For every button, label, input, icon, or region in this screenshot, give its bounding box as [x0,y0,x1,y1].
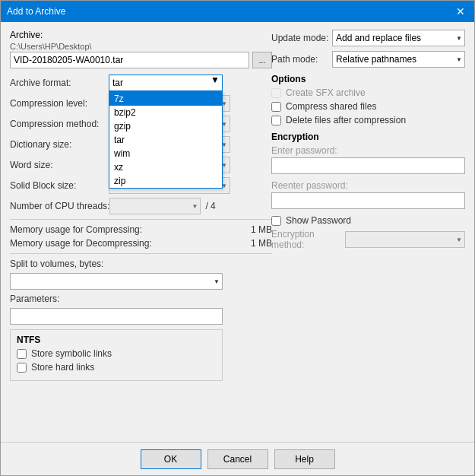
split-input-row: ▼ [10,273,272,290]
word-size-label: Word size: [10,160,109,170]
delete-after-label: Delete files after compression [286,115,406,125]
ntfs-title: NTFS [17,335,216,345]
format-select[interactable]: tar [109,75,223,91]
memory-decompressing-value: 1 MB [251,238,272,249]
hard-links-row: Store hard links [17,362,216,373]
symbolic-links-checkbox[interactable] [17,349,27,359]
options-section: Options Create SFX archive Compress shar… [271,74,465,125]
memory-compressing-value: 1 MB [251,224,272,235]
update-mode-select[interactable]: Add and replace files [332,30,465,46]
memory-compressing-row: Memory usage for Compressing: 1 MB [10,224,272,235]
reenter-password-label: Reenter password: [271,180,348,191]
update-mode-label: Update mode: [271,33,332,43]
compress-shared-checkbox[interactable] [271,102,281,112]
format-label: Archive format: [10,78,109,88]
compress-shared-label: Compress shared files [286,101,376,112]
left-panel: Archive: C:\Users\HP\Desktop\ ... Archiv… [10,30,272,381]
create-sfx-checkbox[interactable] [271,88,281,98]
symbolic-links-row: Store symbolic links [17,348,216,359]
cpu-threads-row: Number of CPU threads: ▼ / 4 [10,198,272,214]
cpu-threads-label: Number of CPU threads: [10,201,109,211]
dialog-title: Add to Archive [7,6,65,17]
show-password-row: Show Password [271,215,465,226]
right-panel: Update mode: Add and replace files ▼ Pat… [271,30,465,254]
reenter-password-label-row: Reenter password: [271,180,465,191]
password-input[interactable] [271,157,465,174]
create-sfx-label: Create SFX archive [286,87,366,98]
memory-decompressing-label: Memory usage for Decompressing: [10,238,152,249]
archive-path-input[interactable] [10,52,249,68]
close-button[interactable]: ✕ [453,4,468,19]
cpu-threads-wrapper: ▼ [109,198,201,214]
format-option-xz[interactable]: xz [109,160,222,174]
path-mode-wrapper: Relative pathnames ▼ [332,51,465,68]
path-mode-select[interactable]: Relative pathnames [332,51,465,68]
encryption-title: Encryption [271,132,465,142]
help-button[interactable]: Help [274,449,335,469]
encryption-method-label: Encryption method: [271,229,342,250]
memory-compressing-label: Memory usage for Compressing: [10,224,142,235]
update-mode-wrapper: Add and replace files ▼ [332,30,465,46]
encryption-method-row: Encryption method: ▼ [271,229,465,250]
format-select-wrapper: tar ▼ 7z bzip2 gzip tar wim xz zip [109,75,223,91]
update-mode-row: Update mode: Add and replace files ▼ [271,30,465,46]
delete-after-row: Delete files after compression [271,115,465,125]
add-to-archive-dialog: Add to Archive ✕ Archive: C:\Users\HP\De… [0,0,475,476]
split-row: Split to volumes, bytes: [10,259,272,269]
parameters-row: Parameters: [10,294,272,304]
format-dropdown: 7z bzip2 gzip tar wim xz zip [109,91,223,189]
delete-after-checkbox[interactable] [271,116,281,125]
memory-decompressing-row: Memory usage for Decompressing: 1 MB [10,238,272,249]
title-bar: Add to Archive ✕ [1,1,474,22]
archive-section: Archive: C:\Users\HP\Desktop\ ... [10,30,272,68]
encryption-section: Encryption Enter password: Reenter passw… [271,132,465,250]
show-password-checkbox[interactable] [271,216,281,226]
split-select[interactable] [10,273,223,290]
parameters-input-row [10,308,272,325]
split-label: Split to volumes, bytes: [10,259,109,269]
show-password-label: Show Password [286,215,351,226]
cpu-count-label: / 4 [205,201,215,211]
format-row: Archive format: tar ▼ 7z bzip2 gzip tar … [10,75,272,91]
cancel-button[interactable]: Cancel [207,449,268,469]
parameters-label: Parameters: [10,294,109,304]
options-title: Options [271,74,465,84]
enter-password-label: Enter password: [271,145,337,156]
ntfs-box: NTFS Store symbolic links Store hard lin… [10,329,223,381]
format-option-bzip2[interactable]: bzip2 [109,106,222,119]
format-option-zip[interactable]: zip [109,174,222,188]
dictionary-size-label: Dictionary size: [10,139,109,150]
hard-links-checkbox[interactable] [17,363,27,373]
encryption-method-select[interactable] [345,231,465,248]
parameters-input[interactable] [10,308,223,325]
cpu-threads-select[interactable] [109,198,201,214]
format-option-gzip[interactable]: gzip [109,119,222,133]
dialog-footer: OK Cancel Help [1,442,474,475]
format-option-wim[interactable]: wim [109,147,222,160]
encryption-method-wrapper: ▼ [345,231,465,248]
enter-password-label-row: Enter password: [271,145,465,156]
compress-shared-row: Compress shared files [271,101,465,112]
archive-label: Archive: [10,30,272,40]
split-input-wrapper: ▼ [10,273,223,290]
path-mode-label: Path mode: [271,54,332,65]
create-sfx-row: Create SFX archive [271,87,465,98]
format-option-tar[interactable]: tar [109,133,222,147]
path-mode-row: Path mode: Relative pathnames ▼ [271,51,465,68]
solid-block-label: Solid Block size: [10,180,109,191]
hard-links-label: Store hard links [31,362,94,373]
dialog-body: Archive: C:\Users\HP\Desktop\ ... Archiv… [1,22,474,442]
archive-path-line1: C:\Users\HP\Desktop\ [10,42,272,51]
format-option-7z[interactable]: 7z [109,92,222,106]
reenter-password-input[interactable] [271,192,465,209]
compression-method-label: Compression method: [10,119,109,129]
symbolic-links-label: Store symbolic links [31,348,112,359]
ok-button[interactable]: OK [141,449,201,469]
browse-button[interactable]: ... [252,52,272,68]
compression-level-label: Compression level: [10,98,109,109]
